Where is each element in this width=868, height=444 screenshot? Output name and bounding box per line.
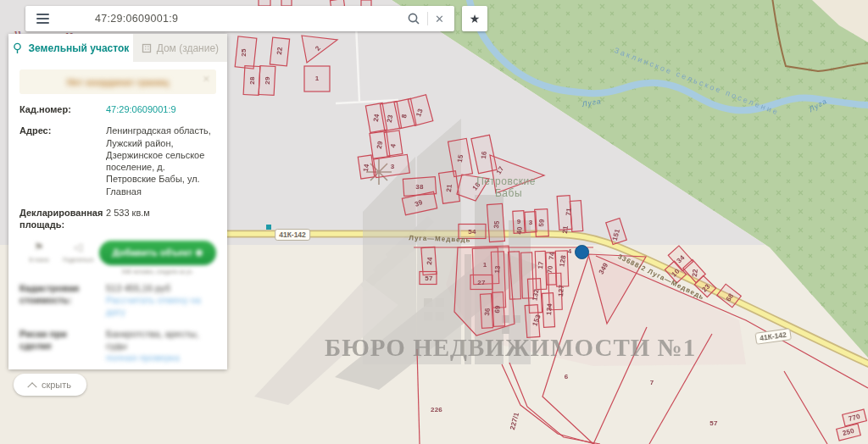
star-icon: ★ — [470, 12, 481, 25]
menu-icon[interactable] — [25, 6, 59, 31]
address-value: Ленинградская область, Лужский район, Дз… — [106, 125, 216, 197]
field-address: Адрес: Ленинградская область, Лужский ра… — [19, 125, 216, 197]
field-link[interactable]: полная проверка — [106, 352, 216, 364]
tab-building[interactable]: Дом (здание) — [133, 34, 227, 62]
field-cadastral-value: Кадастровая стоимость: 513 455,16 руб Ра… — [19, 282, 216, 319]
search-input[interactable]: 47:29:0609001:9 — [95, 13, 407, 25]
tab-land-parcel[interactable]: Земельный участок — [8, 34, 133, 62]
cadastral-map-app: 1112252228292124238132943143839211516171… — [0, 0, 868, 444]
favorite-button[interactable]: ★ — [462, 6, 487, 31]
search-icon[interactable] — [407, 12, 420, 25]
search-bar[interactable]: 47:29:0609001:9 ✕ — [25, 6, 454, 31]
panel-body: Нет координат границ ✕ Кад.номер: 47:29:… — [8, 62, 227, 369]
field-deal-risks: Риски при сделке Банкротства, аресты, су… — [19, 328, 216, 364]
add-object-caption: 548 человек, следили за уч. — [99, 269, 216, 275]
building-icon — [142, 43, 152, 53]
field-value: Банкротства, аресты, суды — [106, 328, 216, 352]
field-value: 513 455,16 руб — [106, 282, 216, 294]
action-caption: Поделиться — [58, 257, 97, 263]
field-label: Риски при сделке — [19, 328, 97, 364]
add-object-wrap: Добавить объект ⊕ 548 человек, следили з… — [99, 241, 216, 275]
panel-tabs: Земельный участок Дом (здание) — [8, 34, 227, 62]
chevron-up-icon — [27, 382, 36, 391]
add-object-button[interactable]: Добавить объект ⊕ — [99, 241, 216, 265]
tab-label: Земельный участок — [28, 42, 129, 54]
cad-number-value[interactable]: 47:29:0609001:9 — [106, 103, 216, 115]
tab-label: Дом (здание) — [157, 42, 219, 54]
field-area: Декларированная площадь: 2 533 кв.м — [19, 207, 216, 231]
area-value: 2 533 кв.м — [106, 207, 216, 231]
search-action-button[interactable]: ⚑ В поиск — [19, 241, 58, 263]
action-caption: В поиск — [19, 257, 58, 263]
field-label: Адрес: — [19, 125, 97, 197]
warning-banner: Нет координат границ ✕ — [19, 69, 216, 94]
share-icon: ◁ — [58, 241, 97, 253]
field-cad-number: Кад.номер: 47:29:0609001:9 — [19, 103, 216, 115]
hide-label: скрыть — [42, 380, 71, 390]
selected-parcel-marker[interactable] — [575, 245, 589, 259]
field-label: Кад.номер: — [19, 103, 97, 115]
bus-stop-icon — [266, 225, 271, 230]
map-pin-icon — [12, 42, 23, 54]
hide-panel-button[interactable]: скрыть — [14, 374, 86, 396]
clear-search-icon[interactable]: ✕ — [435, 13, 444, 25]
share-action-button[interactable]: ◁ Поделиться — [58, 241, 97, 263]
divider — [427, 12, 428, 25]
flag-icon: ⚑ — [19, 241, 58, 253]
field-link[interactable]: Рассчитать отмену на дату — [106, 294, 216, 319]
banner-close-icon[interactable]: ✕ — [203, 74, 210, 85]
actions-row: ⚑ В поиск ◁ Поделиться Добавить объект ⊕… — [19, 241, 216, 275]
field-label: Кадастровая стоимость: — [19, 282, 97, 319]
parcel-info-panel: Земельный участок Дом (здание) Нет коорд… — [8, 34, 227, 369]
warning-banner-text: Нет координат границ — [67, 77, 169, 87]
field-label: Декларированная площадь: — [19, 207, 97, 231]
